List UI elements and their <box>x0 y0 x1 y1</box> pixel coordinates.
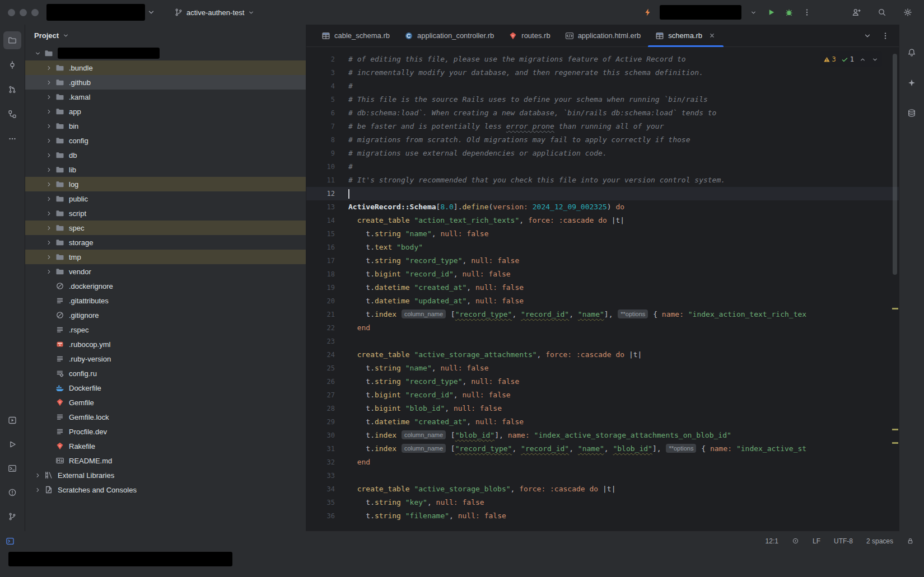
tree-item-ruby-version[interactable]: .ruby-version <box>25 351 306 366</box>
pull-requests-tool-icon[interactable] <box>3 81 21 98</box>
version-control-tool-icon[interactable] <box>3 508 21 526</box>
chevron-right-icon[interactable] <box>43 121 54 130</box>
chevron-down-icon[interactable] <box>32 49 43 58</box>
code-line-22[interactable]: 22 end <box>306 321 899 335</box>
chevron-right-icon[interactable] <box>43 209 54 218</box>
tree-item-external-libraries[interactable]: External Libraries <box>25 468 306 482</box>
code-line-4[interactable]: 4# <box>306 79 899 93</box>
line-number[interactable]: 16 <box>306 241 348 254</box>
caret-position[interactable]: 12:1 <box>766 537 778 545</box>
line-number[interactable]: 19 <box>306 281 348 294</box>
settings-gear-icon[interactable] <box>902 6 914 18</box>
code-with-me-icon[interactable] <box>850 6 862 18</box>
tree-item-spec[interactable]: spec <box>25 221 306 235</box>
code-line-34[interactable]: 34 create_table "active_storage_blobs", … <box>306 482 899 496</box>
code-line-29[interactable]: 29 t.datetime "created_at", null: false <box>306 415 899 429</box>
project-switcher-chevron-icon[interactable] <box>145 6 157 18</box>
chevron-right-icon[interactable] <box>43 136 54 145</box>
project-view-chevron-icon[interactable] <box>62 32 69 39</box>
line-number[interactable]: 12 <box>306 187 348 200</box>
line-number[interactable]: 27 <box>306 388 348 402</box>
tree-item-public[interactable]: public <box>25 191 306 206</box>
code-line-20[interactable]: 20 t.datetime "updated_at", null: false <box>306 294 899 308</box>
code-line-24[interactable]: 24 create_table "active_storage_attachme… <box>306 348 899 362</box>
editor-scrollbar[interactable] <box>893 54 897 275</box>
line-number[interactable]: 28 <box>306 402 348 415</box>
code-line-27[interactable]: 27 t.bigint "record_id", null: false <box>306 388 899 402</box>
tab-routes-rb[interactable]: routes.rb <box>501 25 557 46</box>
file-encoding[interactable]: UTF-8 <box>834 537 853 545</box>
line-number[interactable]: 2 <box>306 53 348 66</box>
chevron-right-icon[interactable] <box>43 78 54 87</box>
tree-item-rspec[interactable]: .rspec <box>25 322 306 337</box>
tree-item-dockerignore[interactable]: .dockerignore <box>25 279 306 293</box>
problems-tool-icon[interactable] <box>3 484 21 501</box>
chevron-right-icon[interactable] <box>43 165 54 174</box>
code-line-10[interactable]: 10# <box>306 160 899 173</box>
minimize-window-button[interactable] <box>20 9 27 16</box>
line-number[interactable]: 31 <box>306 442 348 456</box>
structure-tool-icon[interactable] <box>3 105 21 123</box>
tree-item-github[interactable]: .github <box>25 75 306 90</box>
code-line-30[interactable]: 30 t.index column_name ["blob_id"], name… <box>306 429 899 442</box>
code-line-3[interactable]: 3# incrementally modify your database, a… <box>306 66 899 79</box>
code-line-12[interactable]: 12 <box>306 187 899 200</box>
line-number[interactable]: 7 <box>306 120 348 133</box>
terminal-tool-icon[interactable] <box>3 459 21 477</box>
line-number[interactable]: 5 <box>306 93 348 106</box>
debug-button[interactable] <box>783 6 795 18</box>
tree-item-config[interactable]: config <box>25 133 306 148</box>
chevron-right-icon[interactable] <box>43 267 54 276</box>
code-editor[interactable]: 3 1 2# of editing this file, please use … <box>306 47 899 531</box>
tree-item-gemfile[interactable]: Gemfile <box>25 395 306 410</box>
code-line-21[interactable]: 21 t.index column_name ["record_type", "… <box>306 308 899 321</box>
line-number[interactable]: 36 <box>306 509 348 523</box>
database-tool-icon[interactable] <box>903 104 921 122</box>
line-number[interactable]: 33 <box>306 469 348 482</box>
code-line-25[interactable]: 25 t.string "name", null: false <box>306 362 899 375</box>
tree-item-lib[interactable]: lib <box>25 162 306 177</box>
line-number[interactable]: 26 <box>306 375 348 388</box>
close-window-button[interactable] <box>8 9 15 16</box>
line-number[interactable]: 25 <box>306 362 348 375</box>
tree-item-project-root[interactable] <box>25 46 306 60</box>
redacted-run-configuration[interactable] <box>660 5 741 20</box>
line-number[interactable]: 13 <box>306 200 348 214</box>
code-line-6[interactable]: 6# db:schema:load`. When creating a new … <box>306 106 899 120</box>
code-line-23[interactable]: 23 <box>306 335 899 348</box>
project-tool-icon[interactable] <box>3 31 21 49</box>
tree-item-dockerfile[interactable]: Dockerfile <box>25 381 306 395</box>
code-line-31[interactable]: 31 t.index column_name ["record_type", "… <box>306 442 899 456</box>
code-line-28[interactable]: 28 t.bigint "blob_id", null: false <box>306 402 899 415</box>
tree-item-scratches-and-consoles[interactable]: Scratches and Consoles <box>25 482 306 497</box>
search-everywhere-icon[interactable] <box>876 6 888 18</box>
line-number[interactable]: 3 <box>306 66 348 79</box>
code-line-18[interactable]: 18 t.bigint "record_id", null: false <box>306 268 899 281</box>
line-number[interactable]: 6 <box>306 106 348 120</box>
code-line-17[interactable]: 17 t.string "record_type", null: false <box>306 254 899 268</box>
chevron-right-icon[interactable] <box>43 92 54 101</box>
chevron-right-icon[interactable] <box>43 223 54 232</box>
notifications-bell-icon[interactable] <box>903 44 921 62</box>
code-line-5[interactable]: 5# This file is the source Rails uses to… <box>306 93 899 106</box>
tabs-list-chevron-icon[interactable] <box>863 31 872 40</box>
indent-setting[interactable]: 2 spaces <box>866 537 893 545</box>
tree-item-app[interactable]: app <box>25 104 306 119</box>
chevron-right-icon[interactable] <box>43 252 54 261</box>
lock-icon[interactable] <box>907 537 914 545</box>
chevron-right-icon[interactable] <box>43 180 54 189</box>
tab-schema-rb[interactable]: schema.rb <box>648 25 724 46</box>
tree-item-rubocop-yml[interactable]: .rubocop.yml <box>25 337 306 351</box>
line-number[interactable]: 11 <box>306 173 348 187</box>
tree-item-vendor[interactable]: vendor <box>25 264 306 279</box>
tree-item-gemfile-lock[interactable]: Gemfile.lock <box>25 410 306 424</box>
warning-stripe-mark[interactable] <box>892 442 898 444</box>
run-button[interactable] <box>765 6 777 18</box>
tree-item-db[interactable]: db <box>25 148 306 162</box>
line-number[interactable]: 30 <box>306 429 348 442</box>
code-line-11[interactable]: 11# It's strongly recommended that you c… <box>306 173 899 187</box>
line-number[interactable]: 21 <box>306 308 348 321</box>
close-tab-icon[interactable] <box>707 31 716 40</box>
code-line-2[interactable]: 2# of editing this file, please use the … <box>306 53 899 66</box>
code-line-9[interactable]: 9# migrations use external dependencies … <box>306 147 899 160</box>
